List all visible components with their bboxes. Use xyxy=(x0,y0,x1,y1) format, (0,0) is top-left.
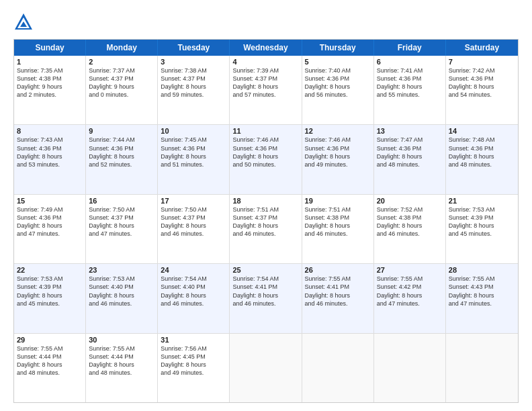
cell-info: Sunrise: 7:55 AMSunset: 4:42 PMDaylight:… xyxy=(377,275,443,308)
day-number: 24 xyxy=(161,266,226,274)
calendar-cell: 9Sunrise: 7:44 AMSunset: 4:36 PMDaylight… xyxy=(86,125,158,193)
cell-info: Sunrise: 7:43 AMSunset: 4:36 PMDaylight:… xyxy=(17,136,83,169)
header-cell-saturday: Saturday xyxy=(446,40,518,56)
day-number: 6 xyxy=(377,58,443,66)
calendar-cell: 20Sunrise: 7:52 AMSunset: 4:38 PMDayligh… xyxy=(374,195,446,263)
day-number: 23 xyxy=(89,266,154,274)
cell-info: Sunrise: 7:50 AMSunset: 4:37 PMDaylight:… xyxy=(89,205,154,238)
cell-info: Sunrise: 7:45 AMSunset: 4:36 PMDaylight:… xyxy=(161,136,226,169)
day-number: 26 xyxy=(305,266,371,274)
calendar-cell: 14Sunrise: 7:48 AMSunset: 4:36 PMDayligh… xyxy=(446,125,518,193)
calendar-cell xyxy=(230,334,302,402)
day-number: 3 xyxy=(161,58,226,66)
page: SundayMondayTuesdayWednesdayThursdayFrid… xyxy=(0,0,532,411)
day-number: 27 xyxy=(377,266,443,274)
header-cell-sunday: Sunday xyxy=(14,40,86,56)
day-number: 21 xyxy=(449,197,515,205)
day-number: 30 xyxy=(89,336,154,344)
day-number: 20 xyxy=(377,197,443,205)
cell-info: Sunrise: 7:46 AMSunset: 4:36 PMDaylight:… xyxy=(232,136,298,169)
cell-info: Sunrise: 7:39 AMSunset: 4:37 PMDaylight:… xyxy=(232,66,298,99)
calendar: SundayMondayTuesdayWednesdayThursdayFrid… xyxy=(13,39,519,403)
day-number: 25 xyxy=(232,266,298,274)
calendar-cell xyxy=(374,334,446,402)
header-cell-thursday: Thursday xyxy=(302,40,374,56)
cell-info: Sunrise: 7:53 AMSunset: 4:39 PMDaylight:… xyxy=(17,275,83,308)
calendar-row-3: 15Sunrise: 7:49 AMSunset: 4:36 PMDayligh… xyxy=(14,194,518,263)
cell-info: Sunrise: 7:55 AMSunset: 4:44 PMDaylight:… xyxy=(89,345,154,377)
day-number: 19 xyxy=(305,197,371,205)
calendar-row-1: 1Sunrise: 7:35 AMSunset: 4:38 PMDaylight… xyxy=(14,56,518,124)
calendar-row-2: 8Sunrise: 7:43 AMSunset: 4:36 PMDaylight… xyxy=(14,124,518,193)
day-number: 2 xyxy=(89,58,154,66)
cell-info: Sunrise: 7:52 AMSunset: 4:38 PMDaylight:… xyxy=(377,205,443,238)
calendar-cell: 31Sunrise: 7:56 AMSunset: 4:45 PMDayligh… xyxy=(158,334,230,402)
calendar-cell: 28Sunrise: 7:55 AMSunset: 4:43 PMDayligh… xyxy=(446,264,518,332)
cell-info: Sunrise: 7:38 AMSunset: 4:37 PMDaylight:… xyxy=(161,66,226,99)
calendar-cell: 11Sunrise: 7:46 AMSunset: 4:36 PMDayligh… xyxy=(230,125,302,193)
logo xyxy=(13,12,36,32)
day-number: 5 xyxy=(305,58,371,66)
calendar-cell: 17Sunrise: 7:50 AMSunset: 4:37 PMDayligh… xyxy=(158,195,230,263)
day-number: 8 xyxy=(17,127,83,135)
cell-info: Sunrise: 7:35 AMSunset: 4:38 PMDaylight:… xyxy=(17,66,83,99)
cell-info: Sunrise: 7:48 AMSunset: 4:36 PMDaylight:… xyxy=(449,136,515,169)
calendar-cell: 12Sunrise: 7:46 AMSunset: 4:36 PMDayligh… xyxy=(302,125,374,193)
logo-icon xyxy=(13,12,34,32)
day-number: 14 xyxy=(449,127,515,135)
calendar-cell: 24Sunrise: 7:54 AMSunset: 4:40 PMDayligh… xyxy=(158,264,230,332)
calendar-cell xyxy=(446,334,518,402)
cell-info: Sunrise: 7:55 AMSunset: 4:44 PMDaylight:… xyxy=(17,345,83,377)
calendar-cell: 18Sunrise: 7:51 AMSunset: 4:37 PMDayligh… xyxy=(230,195,302,263)
cell-info: Sunrise: 7:46 AMSunset: 4:36 PMDaylight:… xyxy=(305,136,371,169)
day-number: 17 xyxy=(161,197,226,205)
day-number: 18 xyxy=(232,197,298,205)
cell-info: Sunrise: 7:44 AMSunset: 4:36 PMDaylight:… xyxy=(89,136,154,169)
cell-info: Sunrise: 7:40 AMSunset: 4:36 PMDaylight:… xyxy=(305,66,371,99)
header xyxy=(13,12,519,32)
cell-info: Sunrise: 7:42 AMSunset: 4:36 PMDaylight:… xyxy=(449,66,515,99)
day-number: 13 xyxy=(377,127,443,135)
calendar-cell: 13Sunrise: 7:47 AMSunset: 4:36 PMDayligh… xyxy=(374,125,446,193)
calendar-cell: 27Sunrise: 7:55 AMSunset: 4:42 PMDayligh… xyxy=(374,264,446,332)
calendar-cell: 25Sunrise: 7:54 AMSunset: 4:41 PMDayligh… xyxy=(230,264,302,332)
day-number: 29 xyxy=(17,336,83,344)
day-number: 4 xyxy=(232,58,298,66)
cell-info: Sunrise: 7:51 AMSunset: 4:37 PMDaylight:… xyxy=(232,205,298,238)
cell-info: Sunrise: 7:41 AMSunset: 4:36 PMDaylight:… xyxy=(377,66,443,99)
day-number: 28 xyxy=(449,266,515,274)
calendar-cell: 8Sunrise: 7:43 AMSunset: 4:36 PMDaylight… xyxy=(14,125,86,193)
calendar-cell: 2Sunrise: 7:37 AMSunset: 4:37 PMDaylight… xyxy=(86,56,158,124)
header-cell-wednesday: Wednesday xyxy=(230,40,302,56)
day-number: 7 xyxy=(449,58,515,66)
day-number: 31 xyxy=(161,336,226,344)
cell-info: Sunrise: 7:53 AMSunset: 4:39 PMDaylight:… xyxy=(449,205,515,238)
day-number: 12 xyxy=(305,127,371,135)
header-cell-friday: Friday xyxy=(374,40,446,56)
calendar-header: SundayMondayTuesdayWednesdayThursdayFrid… xyxy=(14,40,518,56)
calendar-cell: 23Sunrise: 7:53 AMSunset: 4:40 PMDayligh… xyxy=(86,264,158,332)
calendar-row-5: 29Sunrise: 7:55 AMSunset: 4:44 PMDayligh… xyxy=(14,333,518,402)
calendar-cell: 21Sunrise: 7:53 AMSunset: 4:39 PMDayligh… xyxy=(446,195,518,263)
calendar-cell: 15Sunrise: 7:49 AMSunset: 4:36 PMDayligh… xyxy=(14,195,86,263)
calendar-cell: 10Sunrise: 7:45 AMSunset: 4:36 PMDayligh… xyxy=(158,125,230,193)
cell-info: Sunrise: 7:50 AMSunset: 4:37 PMDaylight:… xyxy=(161,205,226,238)
calendar-cell: 30Sunrise: 7:55 AMSunset: 4:44 PMDayligh… xyxy=(86,334,158,402)
cell-info: Sunrise: 7:54 AMSunset: 4:41 PMDaylight:… xyxy=(232,275,298,308)
cell-info: Sunrise: 7:54 AMSunset: 4:40 PMDaylight:… xyxy=(161,275,226,308)
calendar-cell: 5Sunrise: 7:40 AMSunset: 4:36 PMDaylight… xyxy=(302,56,374,124)
cell-info: Sunrise: 7:47 AMSunset: 4:36 PMDaylight:… xyxy=(377,136,443,169)
calendar-cell: 26Sunrise: 7:55 AMSunset: 4:41 PMDayligh… xyxy=(302,264,374,332)
cell-info: Sunrise: 7:56 AMSunset: 4:45 PMDaylight:… xyxy=(161,345,226,377)
cell-info: Sunrise: 7:51 AMSunset: 4:38 PMDaylight:… xyxy=(305,205,371,238)
calendar-body: 1Sunrise: 7:35 AMSunset: 4:38 PMDaylight… xyxy=(14,56,518,402)
calendar-cell: 22Sunrise: 7:53 AMSunset: 4:39 PMDayligh… xyxy=(14,264,86,332)
calendar-cell: 29Sunrise: 7:55 AMSunset: 4:44 PMDayligh… xyxy=(14,334,86,402)
day-number: 11 xyxy=(232,127,298,135)
calendar-cell: 7Sunrise: 7:42 AMSunset: 4:36 PMDaylight… xyxy=(446,56,518,124)
calendar-cell: 6Sunrise: 7:41 AMSunset: 4:36 PMDaylight… xyxy=(374,56,446,124)
calendar-row-4: 22Sunrise: 7:53 AMSunset: 4:39 PMDayligh… xyxy=(14,263,518,332)
header-cell-tuesday: Tuesday xyxy=(158,40,230,56)
cell-info: Sunrise: 7:53 AMSunset: 4:40 PMDaylight:… xyxy=(89,275,154,308)
calendar-cell: 4Sunrise: 7:39 AMSunset: 4:37 PMDaylight… xyxy=(230,56,302,124)
